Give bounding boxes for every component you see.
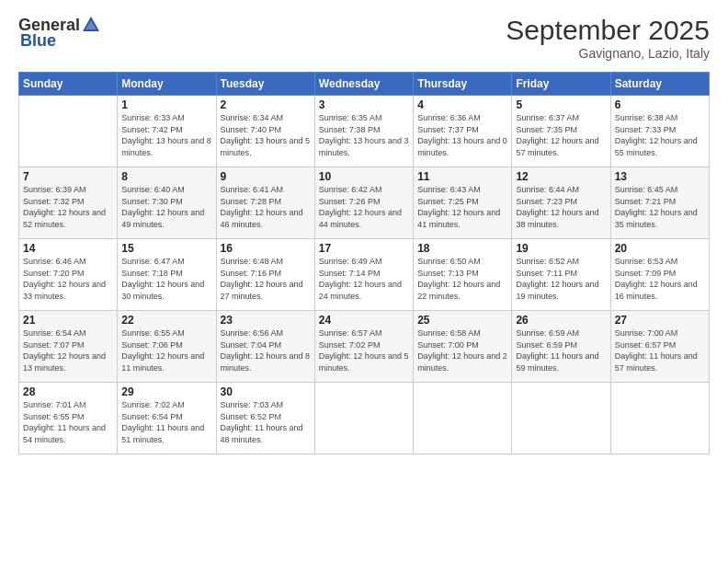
header-day-friday: Friday: [512, 73, 610, 96]
day-info: Sunrise: 6:36 AMSunset: 7:37 PMDaylight:…: [417, 112, 507, 158]
calendar-cell: 13Sunrise: 6:45 AMSunset: 7:21 PMDayligh…: [610, 167, 709, 239]
calendar-cell: 27Sunrise: 7:00 AMSunset: 6:57 PMDayligh…: [610, 311, 709, 383]
day-number: 25: [417, 314, 507, 327]
calendar-cell: 1Sunrise: 6:33 AMSunset: 7:42 PMDaylight…: [118, 96, 216, 167]
day-info: Sunrise: 6:43 AMSunset: 7:25 PMDaylight:…: [417, 184, 507, 230]
calendar-cell: 24Sunrise: 6:57 AMSunset: 7:02 PMDayligh…: [314, 311, 413, 383]
calendar-cell: [414, 383, 512, 454]
header-day-monday: Monday: [118, 73, 216, 96]
day-info: Sunrise: 6:37 AMSunset: 7:35 PMDaylight:…: [516, 112, 606, 158]
calendar-week-3: 14Sunrise: 6:46 AMSunset: 7:20 PMDayligh…: [19, 239, 710, 311]
page-container: General Blue September 2025 Gavignano, L…: [0, 0, 728, 464]
day-number: 7: [23, 170, 113, 183]
day-number: 4: [417, 98, 507, 111]
day-info: Sunrise: 6:55 AMSunset: 7:06 PMDaylight:…: [121, 327, 211, 373]
calendar-week-1: 1Sunrise: 6:33 AMSunset: 7:42 PMDaylight…: [19, 96, 710, 167]
day-info: Sunrise: 6:47 AMSunset: 7:18 PMDaylight:…: [121, 256, 211, 302]
day-info: Sunrise: 6:52 AMSunset: 7:11 PMDaylight:…: [516, 256, 606, 302]
day-info: Sunrise: 6:58 AMSunset: 7:00 PMDaylight:…: [417, 327, 507, 373]
logo-icon: [81, 15, 101, 35]
day-number: 19: [516, 242, 606, 255]
day-number: 14: [23, 242, 113, 255]
day-info: Sunrise: 6:46 AMSunset: 7:20 PMDaylight:…: [23, 256, 113, 302]
calendar-cell: 7Sunrise: 6:39 AMSunset: 7:32 PMDaylight…: [19, 167, 118, 239]
header-day-thursday: Thursday: [414, 73, 512, 96]
day-number: 13: [615, 170, 705, 183]
calendar-cell: 19Sunrise: 6:52 AMSunset: 7:11 PMDayligh…: [512, 239, 610, 311]
calendar-cell: 30Sunrise: 7:03 AMSunset: 6:52 PMDayligh…: [216, 383, 314, 454]
calendar-cell: [314, 383, 413, 454]
calendar-cell: 8Sunrise: 6:40 AMSunset: 7:30 PMDaylight…: [118, 167, 216, 239]
calendar-header-row: SundayMondayTuesdayWednesdayThursdayFrid…: [19, 73, 710, 96]
day-number: 28: [23, 385, 113, 398]
day-info: Sunrise: 6:33 AMSunset: 7:42 PMDaylight:…: [121, 112, 211, 158]
day-info: Sunrise: 6:54 AMSunset: 7:07 PMDaylight:…: [23, 327, 113, 373]
day-number: 10: [319, 170, 409, 183]
day-number: 15: [121, 242, 211, 255]
day-number: 24: [319, 314, 409, 327]
day-info: Sunrise: 6:41 AMSunset: 7:28 PMDaylight:…: [221, 184, 311, 230]
header-day-wednesday: Wednesday: [314, 73, 413, 96]
day-info: Sunrise: 6:56 AMSunset: 7:04 PMDaylight:…: [221, 327, 311, 373]
title-block: September 2025 Gavignano, Lazio, Italy: [506, 15, 710, 61]
day-info: Sunrise: 7:00 AMSunset: 6:57 PMDaylight:…: [615, 327, 705, 373]
calendar-cell: 17Sunrise: 6:49 AMSunset: 7:14 PMDayligh…: [314, 239, 413, 311]
calendar-table: SundayMondayTuesdayWednesdayThursdayFrid…: [18, 72, 710, 454]
calendar-cell: 16Sunrise: 6:48 AMSunset: 7:16 PMDayligh…: [216, 239, 314, 311]
day-number: 27: [615, 314, 705, 327]
day-number: 5: [516, 98, 606, 111]
header-day-saturday: Saturday: [610, 73, 709, 96]
calendar-cell: 23Sunrise: 6:56 AMSunset: 7:04 PMDayligh…: [216, 311, 314, 383]
calendar-cell: 11Sunrise: 6:43 AMSunset: 7:25 PMDayligh…: [414, 167, 512, 239]
day-info: Sunrise: 6:50 AMSunset: 7:13 PMDaylight:…: [417, 256, 507, 302]
day-info: Sunrise: 6:35 AMSunset: 7:38 PMDaylight:…: [319, 112, 409, 158]
calendar-cell: 4Sunrise: 6:36 AMSunset: 7:37 PMDaylight…: [414, 96, 512, 167]
logo: General Blue: [18, 15, 102, 51]
day-info: Sunrise: 6:34 AMSunset: 7:40 PMDaylight:…: [221, 112, 311, 158]
day-number: 30: [221, 385, 311, 398]
calendar-cell: 25Sunrise: 6:58 AMSunset: 7:00 PMDayligh…: [414, 311, 512, 383]
calendar-cell: 14Sunrise: 6:46 AMSunset: 7:20 PMDayligh…: [19, 239, 118, 311]
calendar-cell: 2Sunrise: 6:34 AMSunset: 7:40 PMDaylight…: [216, 96, 314, 167]
day-info: Sunrise: 6:48 AMSunset: 7:16 PMDaylight:…: [221, 256, 311, 302]
calendar-cell: 29Sunrise: 7:02 AMSunset: 6:54 PMDayligh…: [118, 383, 216, 454]
calendar-cell: 18Sunrise: 6:50 AMSunset: 7:13 PMDayligh…: [414, 239, 512, 311]
header-day-sunday: Sunday: [19, 73, 118, 96]
calendar-cell: 26Sunrise: 6:59 AMSunset: 6:59 PMDayligh…: [512, 311, 610, 383]
day-number: 6: [615, 98, 705, 111]
day-number: 11: [417, 170, 507, 183]
calendar-cell: 22Sunrise: 6:55 AMSunset: 7:06 PMDayligh…: [118, 311, 216, 383]
header-day-tuesday: Tuesday: [216, 73, 314, 96]
calendar-week-4: 21Sunrise: 6:54 AMSunset: 7:07 PMDayligh…: [19, 311, 710, 383]
day-info: Sunrise: 6:39 AMSunset: 7:32 PMDaylight:…: [23, 184, 113, 230]
day-info: Sunrise: 6:40 AMSunset: 7:30 PMDaylight:…: [121, 184, 211, 230]
day-number: 8: [121, 170, 211, 183]
header: General Blue September 2025 Gavignano, L…: [18, 15, 710, 61]
day-info: Sunrise: 6:44 AMSunset: 7:23 PMDaylight:…: [516, 184, 606, 230]
calendar-cell: [19, 96, 118, 167]
day-number: 20: [615, 242, 705, 255]
month-title: September 2025: [506, 15, 710, 46]
calendar-cell: 9Sunrise: 6:41 AMSunset: 7:28 PMDaylight…: [216, 167, 314, 239]
calendar-cell: 3Sunrise: 6:35 AMSunset: 7:38 PMDaylight…: [314, 96, 413, 167]
day-info: Sunrise: 6:38 AMSunset: 7:33 PMDaylight:…: [615, 112, 705, 158]
calendar-cell: 10Sunrise: 6:42 AMSunset: 7:26 PMDayligh…: [314, 167, 413, 239]
day-number: 22: [121, 314, 211, 327]
calendar-cell: [610, 383, 709, 454]
day-number: 9: [221, 170, 311, 183]
day-number: 17: [319, 242, 409, 255]
day-number: 12: [516, 170, 606, 183]
day-info: Sunrise: 6:45 AMSunset: 7:21 PMDaylight:…: [615, 184, 705, 230]
calendar-cell: 12Sunrise: 6:44 AMSunset: 7:23 PMDayligh…: [512, 167, 610, 239]
day-info: Sunrise: 7:01 AMSunset: 6:55 PMDaylight:…: [23, 399, 113, 445]
day-info: Sunrise: 6:57 AMSunset: 7:02 PMDaylight:…: [319, 327, 409, 373]
calendar-cell: 20Sunrise: 6:53 AMSunset: 7:09 PMDayligh…: [610, 239, 709, 311]
day-info: Sunrise: 7:02 AMSunset: 6:54 PMDaylight:…: [121, 399, 211, 445]
calendar-week-2: 7Sunrise: 6:39 AMSunset: 7:32 PMDaylight…: [19, 167, 710, 239]
calendar-cell: 21Sunrise: 6:54 AMSunset: 7:07 PMDayligh…: [19, 311, 118, 383]
logo-blue-text: Blue: [20, 31, 56, 51]
calendar-cell: 15Sunrise: 6:47 AMSunset: 7:18 PMDayligh…: [118, 239, 216, 311]
day-number: 1: [121, 98, 211, 111]
day-number: 18: [417, 242, 507, 255]
day-info: Sunrise: 6:42 AMSunset: 7:26 PMDaylight:…: [319, 184, 409, 230]
